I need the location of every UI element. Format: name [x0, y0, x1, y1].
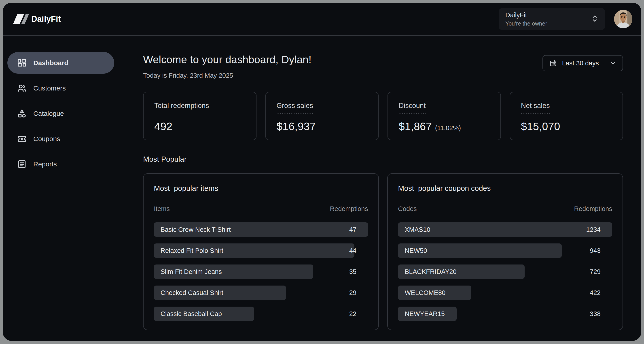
date-text: Today is Friday, 23rd May 2025 — [143, 72, 312, 79]
sidebar-item-customers[interactable]: Customers — [8, 77, 114, 99]
popular-items-card: Most popular items Items Redemptions Bas… — [143, 173, 379, 330]
layout: Dashboard Customers — [3, 36, 641, 340]
account-texts: DailyFit You’re the owner — [505, 12, 547, 27]
sidebar-item-label: Reports — [33, 160, 57, 168]
stat-card-gross-sales: Gross sales $16,937 — [266, 92, 379, 140]
catalogue-icon — [17, 108, 27, 119]
table-row: XMAS101234 — [398, 222, 612, 237]
popularity-bar: Classic Baseball Cap — [154, 307, 254, 321]
sidebar-item-catalogue[interactable]: Catalogue — [8, 103, 114, 124]
sidebar-item-label: Dashboard — [33, 59, 68, 67]
row-label: WELCOME80 — [398, 289, 452, 296]
row-value: 29 — [349, 289, 356, 296]
row-label: Relaxed Fit Polo Shirt — [154, 247, 230, 254]
row-label: NEWYEAR15 — [398, 310, 452, 317]
stat-card-discount: Discount $1,867 (11.02%) — [388, 92, 501, 140]
stat-value: $15,070 — [521, 120, 560, 133]
popularity-bar: Slim Fit Denim Jeans — [154, 264, 313, 279]
table-row: NEW50943 — [398, 243, 612, 258]
row-value: 422 — [590, 289, 600, 296]
row-label: BLACKFRIDAY20 — [398, 268, 463, 275]
row-label: NEW50 — [398, 247, 434, 254]
main-header: Welcome to your dashboard, Dylan! Today … — [143, 53, 623, 79]
popularity-bar: Relaxed Fit Polo Shirt — [154, 243, 354, 258]
topbar-right: DailyFit You’re the owner — [499, 8, 632, 30]
row-value: 729 — [590, 268, 600, 275]
logo-slashes-icon — [15, 14, 27, 24]
date-range-button[interactable]: Last 30 days — [542, 55, 623, 71]
chevron-up-down-icon — [591, 14, 598, 24]
screen-frame: DailyFit DailyFit You’re the owner — [0, 0, 644, 344]
table-row: WELCOME80422 — [398, 286, 612, 300]
table-row: Basic Crew Neck T-Shirt47 — [154, 222, 368, 237]
table-row: Slim Fit Denim Jeans35 — [154, 264, 368, 279]
dashboard-icon — [17, 58, 27, 68]
popularity-bar: WELCOME80 — [398, 286, 471, 300]
stat-label[interactable]: Discount — [399, 102, 426, 114]
stat-card-total-redemptions: Total redemptions 492 — [143, 92, 256, 140]
table-row: NEWYEAR15338 — [398, 307, 612, 321]
stat-value: $16,937 — [276, 120, 316, 133]
stat-value: 492 — [154, 120, 172, 133]
row-label: Checked Casual Shirt — [154, 289, 230, 296]
stat-percent: (11.02%) — [435, 124, 461, 132]
popularity-bar: BLACKFRIDAY20 — [398, 264, 524, 279]
column-header-left: Codes — [398, 205, 417, 213]
column-header-right: Redemptions — [574, 205, 612, 213]
popularity-bar: Checked Casual Shirt — [154, 286, 286, 300]
sidebar-item-label: Catalogue — [33, 110, 64, 117]
sidebar-item-label: Coupons — [33, 135, 60, 143]
topbar: DailyFit DailyFit You’re the owner — [3, 3, 641, 36]
card-title: Most popular items — [154, 184, 368, 193]
section-heading: Most Popular — [143, 155, 623, 163]
popularity-bar: NEWYEAR15 — [398, 307, 456, 321]
date-range-label: Last 30 days — [562, 60, 599, 67]
column-header-left: Items — [154, 205, 170, 213]
main-content: Welcome to your dashboard, Dylan! Today … — [139, 36, 641, 340]
sidebar-item-dashboard[interactable]: Dashboard — [8, 52, 114, 74]
row-value: 22 — [349, 310, 356, 317]
row-value: 35 — [349, 268, 356, 275]
table-row: Relaxed Fit Polo Shirt44 — [154, 243, 368, 258]
table-row: Checked Casual Shirt29 — [154, 286, 368, 300]
welcome-block: Welcome to your dashboard, Dylan! Today … — [143, 53, 312, 79]
popularity-bar: NEW50 — [398, 243, 562, 258]
popular-grid: Most popular items Items Redemptions Bas… — [143, 173, 623, 330]
customers-icon — [17, 83, 27, 93]
row-label: XMAS10 — [398, 226, 437, 233]
table-row: BLACKFRIDAY20729 — [398, 264, 612, 279]
row-label: Classic Baseball Cap — [154, 310, 228, 317]
sidebar-item-reports[interactable]: Reports — [8, 153, 114, 175]
brand-logo: DailyFit — [15, 14, 61, 24]
account-name: DailyFit — [505, 12, 547, 19]
avatar[interactable] — [614, 10, 632, 28]
sidebar-item-coupons[interactable]: Coupons — [8, 128, 114, 150]
calendar-icon — [549, 59, 557, 67]
row-value: 47 — [349, 226, 356, 233]
row-label: Basic Crew Neck T-Shirt — [154, 226, 238, 233]
card-title: Most popular coupon codes — [398, 184, 612, 193]
account-switcher[interactable]: DailyFit You’re the owner — [499, 8, 605, 30]
column-headers: Items Redemptions — [154, 205, 368, 213]
sidebar-item-label: Customers — [33, 84, 66, 92]
stat-label[interactable]: Gross sales — [276, 102, 313, 114]
row-label: Slim Fit Denim Jeans — [154, 268, 228, 275]
stat-label: Total redemptions — [154, 102, 209, 114]
sidebar: Dashboard Customers — [3, 36, 139, 340]
reports-icon — [17, 159, 27, 169]
items-rows: Basic Crew Neck T-Shirt47Relaxed Fit Pol… — [154, 222, 368, 321]
column-header-right: Redemptions — [330, 205, 368, 213]
stat-label[interactable]: Net sales — [521, 102, 550, 114]
stat-card-net-sales: Net sales $15,070 — [510, 92, 623, 140]
table-row: Classic Baseball Cap22 — [154, 307, 368, 321]
stat-value: $1,867 — [399, 120, 432, 133]
popular-coupons-card: Most popular coupon codes Codes Redempti… — [387, 173, 623, 330]
coupons-rows: XMAS101234NEW50943BLACKFRIDAY20729WELCOM… — [398, 222, 612, 321]
popularity-bar: Basic Crew Neck T-Shirt — [154, 222, 368, 237]
chevron-down-icon — [610, 60, 616, 67]
row-value: 44 — [349, 247, 356, 254]
stats-row: Total redemptions 492 Gross sales $16,93… — [143, 92, 623, 140]
column-headers: Codes Redemptions — [398, 205, 612, 213]
row-value: 338 — [590, 310, 600, 317]
row-value: 1234 — [586, 226, 600, 233]
